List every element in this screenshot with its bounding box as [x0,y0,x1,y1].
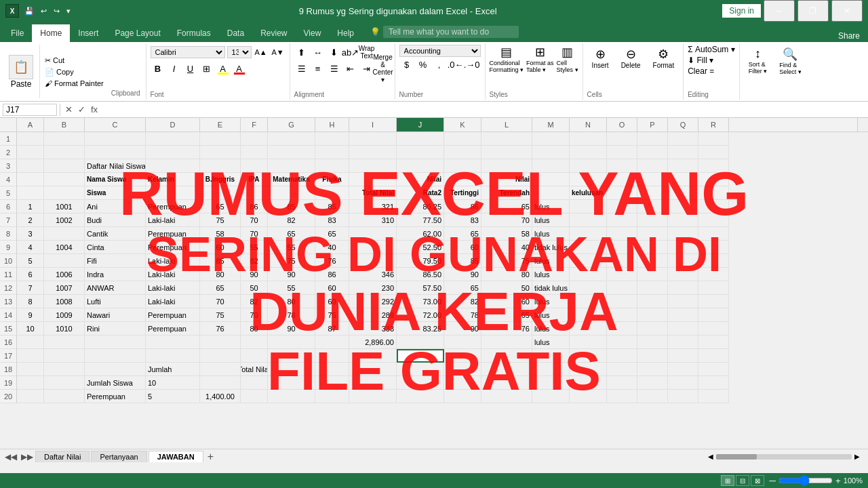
cell-12-C[interactable]: ANWAR [85,281,146,295]
row-number-11[interactable]: 11 [0,268,17,281]
cell-19-G[interactable] [268,376,315,390]
cell-6-F[interactable]: 86 [241,200,268,214]
cell-9-N[interactable] [570,241,607,254]
cell-7-C[interactable]: Budi [85,214,146,227]
cell-7-F[interactable]: 70 [241,214,268,227]
cell-11-C[interactable]: Indra [85,268,146,281]
cell-11-M[interactable]: lulus [532,268,570,281]
cell-16-B[interactable] [44,336,85,349]
align-top-button[interactable]: ⬆ [294,45,309,60]
conditional-formatting-button[interactable]: ▤ ConditionalFormatting ▾ [490,45,524,73]
sign-in-button[interactable]: Sign in [722,4,761,18]
tab-scroll-right[interactable]: ▶▶ [19,452,35,462]
cell-20-B[interactable] [44,390,85,403]
cell-18-G[interactable] [268,363,315,376]
cell-6-H[interactable]: 85 [315,200,349,214]
cell-10-J[interactable]: 79.50 [397,254,444,268]
cell-17-B[interactable] [44,349,85,363]
tab-formulas[interactable]: Formulas [169,24,219,42]
cell-15-B[interactable]: 1010 [44,322,85,336]
row-number-18[interactable]: 18 [0,363,17,376]
cell-18-B[interactable] [44,363,85,376]
cell-9-I[interactable] [349,241,397,254]
cell-2-L[interactable] [481,146,532,159]
cell-9-K[interactable]: 60 [444,241,481,254]
cell-11-J[interactable]: 86.50 [397,268,444,281]
cell-16-A[interactable] [17,336,44,349]
cell-3-R[interactable] [698,159,729,173]
cell-12-B[interactable]: 1007 [44,281,85,295]
cell-15-E[interactable]: 76 [200,322,241,336]
cell-4-Q[interactable] [668,173,698,186]
row-number-15[interactable]: 15 [0,322,17,336]
cell-2-R[interactable] [698,146,729,159]
italic-button[interactable]: I [167,61,182,76]
cell-18-L[interactable] [481,363,532,376]
cell-2-K[interactable] [444,146,481,159]
cell-1-J[interactable] [397,132,444,146]
cell-16-M[interactable]: lulus [532,336,570,349]
border-button[interactable]: ⊞ [199,61,214,76]
cell-5-K[interactable]: Tertinggi [444,186,481,200]
cell-12-A[interactable]: 7 [17,281,44,295]
cell-3-M[interactable] [532,159,570,173]
tab-home[interactable]: Home [32,24,70,42]
cell-6-A[interactable]: 1 [17,200,44,214]
row-number-4[interactable]: 4 [0,173,17,186]
cell-15-L[interactable]: 76 [481,322,532,336]
cell-8-P[interactable] [637,227,668,241]
cell-18-E[interactable] [200,363,241,376]
cell-17-R[interactable] [698,349,729,363]
cell-1-H[interactable] [315,132,349,146]
name-box[interactable] [3,104,57,116]
zoom-slider[interactable] [778,475,833,486]
cell-8-N[interactable] [570,227,607,241]
cell-10-F[interactable]: 82 [241,254,268,268]
cell-5-E[interactable] [200,186,241,200]
cell-7-H[interactable]: 83 [315,214,349,227]
autosum-button[interactable]: Σ AutoSum ▾ [688,45,734,54]
redo-button[interactable]: ↪ [51,5,62,17]
col-header-H[interactable]: H [315,118,349,131]
cell-18-A[interactable] [17,363,44,376]
cell-19-M[interactable] [532,376,570,390]
cell-4-R[interactable] [698,173,729,186]
cell-13-I[interactable]: 292 [349,295,397,308]
comma-button[interactable]: , [432,57,447,72]
cell-8-H[interactable]: 65 [315,227,349,241]
cell-13-K[interactable]: 82 [444,295,481,308]
col-header-L[interactable]: L [481,118,532,131]
cell-14-F[interactable]: 70 [241,308,268,322]
cell-6-I[interactable]: 321 [349,200,397,214]
cell-2-Q[interactable] [668,146,698,159]
cell-15-R[interactable] [698,322,729,336]
col-header-I[interactable]: I [349,118,397,131]
cell-3-E[interactable] [200,159,241,173]
cell-10-O[interactable] [607,254,637,268]
cell-18-D[interactable]: Jumlah [146,363,200,376]
cell-9-A[interactable]: 4 [17,241,44,254]
cell-19-R[interactable] [698,376,729,390]
cell-17-D[interactable] [146,349,200,363]
cell-18-M[interactable] [532,363,570,376]
normal-view-button[interactable]: ⊞ [721,475,734,486]
cell-6-L[interactable]: 65 [481,200,532,214]
cell-2-M[interactable] [532,146,570,159]
cell-17-E[interactable] [200,349,241,363]
cell-16-P[interactable] [637,336,668,349]
cell-15-G[interactable]: 90 [268,322,315,336]
cell-9-H[interactable]: 40 [315,241,349,254]
cell-9-B[interactable]: 1004 [44,241,85,254]
col-header-A[interactable]: A [17,118,44,131]
cell-17-P[interactable] [637,349,668,363]
cell-13-F[interactable]: 82 [241,295,268,308]
cell-12-O[interactable] [607,281,637,295]
cell-3-O[interactable] [607,159,637,173]
cell-10-H[interactable]: 76 [315,254,349,268]
cell-12-J[interactable]: 57.50 [397,281,444,295]
cell-14-K[interactable]: 78 [444,308,481,322]
row-number-7[interactable]: 7 [0,214,17,227]
cell-2-A[interactable] [17,146,44,159]
cell-7-M[interactable]: lulus [532,214,570,227]
row-number-20[interactable]: 20 [0,390,17,403]
